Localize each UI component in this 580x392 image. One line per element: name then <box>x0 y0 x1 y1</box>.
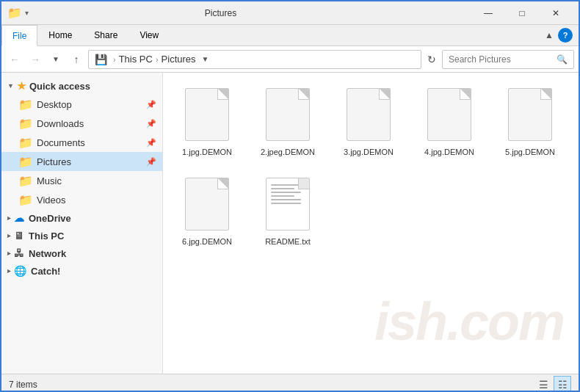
file-icon-1 <box>181 85 233 144</box>
sidebar-item-desktop[interactable]: 📁 Desktop 📌 <box>1 95 162 114</box>
sidebar-section-quick-access[interactable]: ▼ ★ Quick access <box>1 77 162 95</box>
file-icon-readme <box>261 175 314 233</box>
search-input[interactable] <box>449 54 557 65</box>
sidebar-section-network[interactable]: ▸ 🖧 Network <box>1 244 162 262</box>
file-icon-5 <box>504 85 557 144</box>
sidebar-section-onedrive[interactable]: ▸ ☁ OneDrive <box>1 209 162 227</box>
help-button[interactable]: ? <box>558 28 573 43</box>
file-label-3: 3.jpg.DEMON <box>344 147 394 157</box>
refresh-button[interactable]: ↻ <box>424 52 439 67</box>
expand-icon-catch: ▸ <box>7 267 11 275</box>
file-icon-2 <box>261 85 314 144</box>
breadcrumb-pictures[interactable]: Pictures <box>162 54 196 65</box>
sidebar-item-music[interactable]: 📁 Music <box>1 171 162 190</box>
generic-file-icon <box>185 88 229 141</box>
ribbon: File Home Share View ▲ ? <box>1 25 579 46</box>
expand-icon: ▼ <box>7 82 14 90</box>
folder-icon-music: 📁 <box>19 174 32 187</box>
sidebar-label-videos: Videos <box>37 195 66 206</box>
details-view-button[interactable]: ☷ <box>554 376 571 393</box>
tab-file[interactable]: File <box>1 25 37 46</box>
thispc-icon: 🖥 <box>14 230 24 242</box>
recent-locations-button[interactable]: ▼ <box>47 51 65 68</box>
breadcrumb-icon: 💾 <box>95 54 107 65</box>
onedrive-icon: ☁ <box>14 212 24 224</box>
sidebar-label-pictures: Pictures <box>37 156 71 167</box>
list-item[interactable]: 2.jpeg.DEMON <box>251 80 325 162</box>
expand-icon-network: ▸ <box>7 250 11 257</box>
sidebar-item-downloads[interactable]: 📁 Downloads 📌 <box>1 114 162 133</box>
list-item[interactable]: 1.jpg.DEMON <box>170 80 244 162</box>
view-toggle: ☰ ☷ <box>534 376 571 393</box>
up-button[interactable]: ↑ <box>68 51 85 68</box>
back-button[interactable]: ← <box>6 51 23 68</box>
file-icon-6 <box>181 175 233 233</box>
sidebar-item-pictures[interactable]: 📁 Pictures 📌 <box>1 152 162 171</box>
pin-icon-desktop: 📌 <box>146 100 156 109</box>
sidebar-item-videos[interactable]: 📁 Videos <box>1 190 162 209</box>
sidebar-label-network: Network <box>29 248 66 259</box>
list-view-button[interactable]: ☰ <box>534 376 552 393</box>
window-title: Pictures <box>0 8 471 18</box>
sidebar: ▼ ★ Quick access 📁 Desktop 📌 📁 Downloads… <box>1 73 163 374</box>
pin-icon-downloads: 📌 <box>146 119 156 128</box>
list-item[interactable]: 6.jpg.DEMON <box>170 170 244 252</box>
file-label-2: 2.jpeg.DEMON <box>261 147 315 157</box>
text-file-icon <box>266 178 310 231</box>
file-label-5: 5.jpg.DEMON <box>505 147 555 157</box>
address-path[interactable]: 💾 › This PC › Pictures ▼ <box>88 50 421 69</box>
file-label-1: 1.jpg.DEMON <box>182 147 232 157</box>
generic-file-icon <box>427 88 471 141</box>
expand-icon-onedrive: ▸ <box>7 214 11 222</box>
breadcrumb: 💾 › This PC › Pictures <box>95 54 196 65</box>
search-icon: 🔍 <box>557 54 568 65</box>
ribbon-tabs: File Home Share View ▲ ? <box>1 25 579 46</box>
tab-share[interactable]: Share <box>83 25 128 46</box>
sidebar-item-documents[interactable]: 📁 Documents 📌 <box>1 133 162 152</box>
file-icon-3 <box>342 85 395 144</box>
list-item[interactable]: 3.jpg.DEMON <box>332 80 405 162</box>
file-label-6: 6.jpg.DEMON <box>182 236 232 247</box>
sidebar-label-documents: Documents <box>37 137 85 148</box>
window-controls: — □ ✕ <box>471 1 573 25</box>
status-bar: 7 items ☰ ☷ <box>1 374 579 392</box>
watermark: ish.com <box>374 291 564 352</box>
generic-file-icon <box>347 88 391 141</box>
list-item[interactable]: README.txt <box>251 170 325 252</box>
maximize-button[interactable]: □ <box>505 1 539 25</box>
sidebar-label-thispc: This PC <box>29 231 64 242</box>
minimize-button[interactable]: — <box>471 1 505 25</box>
files-grid: 1.jpg.DEMON 2.jpeg.DEMON 3.jpg.DEM <box>170 80 571 253</box>
expand-icon-thispc: ▸ <box>7 232 11 239</box>
tab-home[interactable]: Home <box>37 25 83 46</box>
sidebar-label-music: Music <box>37 175 62 186</box>
list-item[interactable]: 4.jpg.DEMON <box>413 80 486 162</box>
catch-icon: 🌐 <box>14 265 26 277</box>
folder-icon-documents: 📁 <box>19 136 32 149</box>
folder-icon-videos: 📁 <box>19 193 32 206</box>
sidebar-section-label: Quick access <box>29 81 90 92</box>
title-bar: 📁 ▾ Pictures — □ ✕ <box>1 1 579 25</box>
close-button[interactable]: ✕ <box>539 1 573 25</box>
ribbon-collapse-button[interactable]: ▲ <box>545 30 554 40</box>
address-bar: ← → ▼ ↑ 💾 › This PC › Pictures ▼ ↻ 🔍 <box>1 46 579 73</box>
item-count: 7 items <box>9 380 37 390</box>
network-icon: 🖧 <box>14 247 24 259</box>
pin-icon-documents: 📌 <box>146 138 156 148</box>
generic-file-icon <box>508 88 552 141</box>
forward-button[interactable]: → <box>26 51 44 68</box>
sidebar-section-thispc[interactable]: ▸ 🖥 This PC <box>1 227 162 244</box>
breadcrumb-thispc[interactable]: This PC <box>119 54 153 65</box>
list-item[interactable]: 5.jpg.DEMON <box>493 80 567 162</box>
sidebar-label-downloads: Downloads <box>37 118 84 129</box>
sidebar-label-onedrive: OneDrive <box>29 213 71 224</box>
generic-file-icon <box>185 178 229 231</box>
file-label-4: 4.jpg.DEMON <box>424 147 474 157</box>
search-box[interactable]: 🔍 <box>442 50 574 69</box>
sidebar-section-catch[interactable]: ▸ 🌐 Catch! <box>1 262 162 280</box>
star-icon: ★ <box>17 80 26 92</box>
tab-view[interactable]: View <box>128 25 170 46</box>
generic-file-icon <box>266 88 310 141</box>
sidebar-label-catch: Catch! <box>31 266 60 277</box>
path-dropdown-button[interactable]: ▼ <box>202 55 209 63</box>
